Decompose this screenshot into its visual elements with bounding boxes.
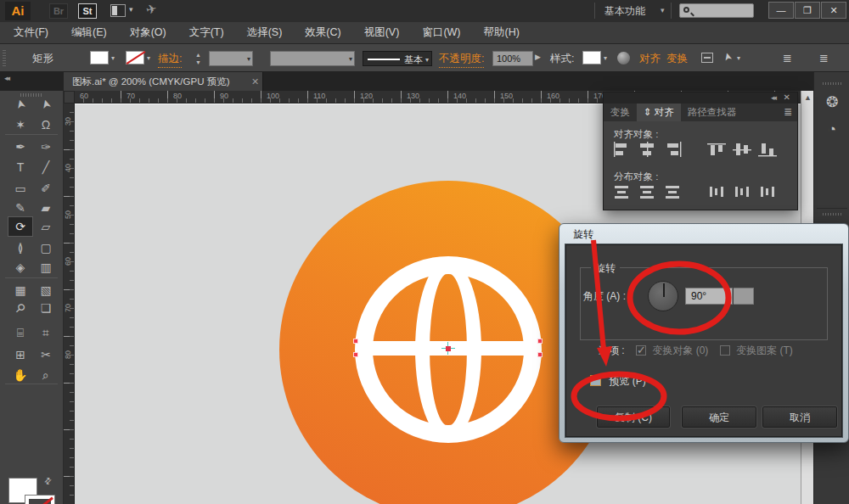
line-segment-tool[interactable]: ╱ <box>34 158 58 176</box>
align-vertical-top-button[interactable] <box>707 142 733 159</box>
menu-item[interactable]: 帮助(H) <box>484 25 520 40</box>
align-vertical-center-button[interactable] <box>733 142 758 159</box>
close-button[interactable]: ✕ <box>821 2 846 19</box>
menu-item[interactable]: 编辑(E) <box>71 25 107 40</box>
arrange-documents-icon[interactable] <box>110 4 126 17</box>
eraser-tool[interactable]: ▰ <box>34 199 58 217</box>
ok-button[interactable]: 确定 <box>682 406 756 428</box>
angle-input[interactable]: 90° <box>685 288 733 305</box>
align-horizontal-center-button[interactable] <box>638 142 663 159</box>
width-tool[interactable]: ≬ <box>8 238 32 257</box>
transform-panel-link[interactable]: 变换 <box>666 52 688 66</box>
menu-item[interactable]: 文件(F) <box>14 25 48 40</box>
opacity-field[interactable]: 100% <box>492 51 533 66</box>
align-horizontal-left-button[interactable] <box>612 142 638 159</box>
panel-grip[interactable] <box>3 50 6 67</box>
dock-grip[interactable] <box>823 213 841 216</box>
color-panel-icon[interactable]: ❂ <box>814 93 849 111</box>
blend-tool[interactable]: ❏ <box>34 299 58 317</box>
symbol-sprayer-tool[interactable]: ⌸ <box>8 323 32 342</box>
bridge-button[interactable]: Br <box>49 3 68 19</box>
stroke-color-swatch[interactable] <box>126 51 144 64</box>
column-graph-tool[interactable]: ⌗ <box>34 323 58 342</box>
selection-handle[interactable] <box>537 339 543 344</box>
panel-menu-icon[interactable]: ≣ <box>784 106 792 118</box>
stroke-caret-icon[interactable]: ▾ <box>147 54 150 62</box>
distribute-horizontal-right-button[interactable] <box>758 184 784 201</box>
transform-object-checkbox[interactable] <box>636 345 646 356</box>
dock-grip[interactable] <box>823 82 841 85</box>
rotate-tool[interactable]: ⟳ <box>8 217 32 236</box>
distribute-vertical-top-button[interactable] <box>612 184 638 201</box>
artboard-tool[interactable]: ⊞ <box>8 345 32 364</box>
align-panel-tab[interactable]: 路径查找器 <box>681 104 744 121</box>
opacity-link[interactable]: 不透明度: <box>439 52 484 68</box>
style-caret-icon[interactable]: ▾ <box>604 54 607 62</box>
selection-handle[interactable] <box>353 352 358 357</box>
distribute-horizontal-left-button[interactable] <box>707 184 733 201</box>
free-transform-tool[interactable]: ▢ <box>34 238 58 257</box>
align-panel-link[interactable]: 对齐 <box>639 52 661 66</box>
menu-item[interactable]: 效果(C) <box>305 25 340 40</box>
stroke-weight-dropdown[interactable]: ▾ <box>209 51 253 66</box>
stock-button[interactable]: St <box>78 3 97 19</box>
toolbar-collapse-icon[interactable]: ◂◂ <box>4 74 8 82</box>
control-panel-options-icon[interactable]: ≣ <box>819 52 829 64</box>
panel-collapse-icon[interactable]: ◂◂ <box>771 93 775 102</box>
align-panel-tab[interactable]: 变换 <box>604 104 637 121</box>
isolate-caret-icon[interactable]: ▾ <box>737 54 740 62</box>
type-tool[interactable]: T <box>8 158 32 176</box>
cancel-button[interactable]: 取消 <box>762 406 837 428</box>
workspace-switcher[interactable]: 基本功能 <box>604 4 645 19</box>
gradient-panel-icon[interactable]: ◔ <box>814 121 849 138</box>
bounding-box-icon[interactable] <box>701 53 713 63</box>
gradient-tool[interactable]: ▧ <box>34 281 58 300</box>
search-input[interactable] <box>679 3 754 18</box>
menu-item[interactable]: 选择(S) <box>247 25 283 40</box>
selection-handle[interactable] <box>353 339 358 344</box>
preview-checkbox[interactable] <box>590 375 601 386</box>
pen-tool[interactable]: ✒ <box>8 137 32 156</box>
hand-tool[interactable]: ✋ <box>8 366 32 384</box>
swap-fill-stroke-icon[interactable]: ⇄ <box>42 475 53 487</box>
menu-item[interactable]: 视图(V) <box>364 25 400 40</box>
shape-properties-icon[interactable] <box>617 52 630 64</box>
eyedropper-tool[interactable]: ⚲ <box>8 299 32 317</box>
curvature-pen-tool[interactable]: ✑ <box>34 137 58 156</box>
zoom-tool[interactable]: ⌕ <box>34 366 58 384</box>
workspace-caret-icon[interactable]: ▾ <box>661 6 665 14</box>
style-swatch[interactable] <box>582 51 601 64</box>
scroll-up-icon[interactable]: ▲ <box>802 92 813 104</box>
brush-definition-dropdown[interactable]: 基本 ▾ <box>363 51 432 66</box>
transform-pattern-checkbox[interactable] <box>720 345 730 356</box>
opacity-arrow-icon[interactable]: ▶ <box>535 53 541 61</box>
rotation-anchor-point[interactable] <box>446 346 451 351</box>
stroke-weight-stepper[interactable]: ▲▼ <box>194 51 203 66</box>
ruler-origin-corner[interactable] <box>64 91 75 104</box>
minimize-button[interactable]: — <box>768 2 794 19</box>
distribute-vertical-bottom-button[interactable] <box>663 184 689 201</box>
vertical-ruler[interactable]: 304050607080 <box>64 104 75 504</box>
perspective-grid-tool[interactable]: ▥ <box>34 258 58 277</box>
align-vertical-bottom-button[interactable] <box>758 142 784 159</box>
distribute-vertical-center-button[interactable] <box>638 184 663 201</box>
document-tab-close-icon[interactable]: ✕ <box>251 72 259 91</box>
copy-button[interactable]: 复制 (C) <box>597 406 670 428</box>
align-panel-tab[interactable]: ⇕ 对齐 <box>637 104 681 121</box>
paintbrush-tool[interactable]: ✐ <box>34 179 58 198</box>
selection-tool[interactable]: ➤ <box>8 95 32 114</box>
slice-tool[interactable]: ✂ <box>34 345 58 364</box>
stroke-link[interactable]: 描边: <box>158 52 182 68</box>
fill-caret-icon[interactable]: ▾ <box>111 54 115 62</box>
menu-item[interactable]: 对象(O) <box>130 25 166 40</box>
isolate-selection-icon[interactable]: ➤ <box>721 51 734 62</box>
angle-dial[interactable] <box>648 281 678 311</box>
arrange-documents-caret-icon[interactable]: ▾ <box>129 5 133 14</box>
document-tab[interactable]: 图标.ai* @ 200% (CMYK/GPU 预览) <box>64 72 263 91</box>
restore-button[interactable]: ❐ <box>795 2 820 19</box>
fill-color-swatch[interactable] <box>90 51 109 64</box>
panel-close-icon[interactable]: ✕ <box>784 92 790 102</box>
distribute-horizontal-center-button[interactable] <box>733 184 758 201</box>
lasso-tool[interactable]: Ω <box>34 115 58 134</box>
control-panel-menu-icon[interactable]: ≣ <box>783 52 792 64</box>
